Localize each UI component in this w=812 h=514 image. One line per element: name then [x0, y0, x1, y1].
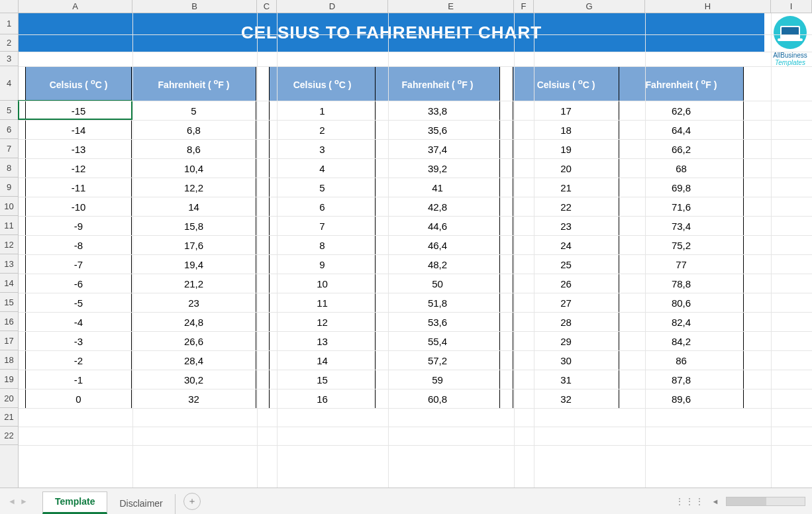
cell-fahrenheit[interactable]: 51,8 — [376, 293, 500, 313]
cell-celsius[interactable]: -15 — [26, 101, 132, 121]
cell-fahrenheit[interactable]: 37,4 — [376, 140, 500, 159]
row-header[interactable]: 19 — [0, 370, 18, 389]
cell-fahrenheit[interactable]: 21,2 — [132, 274, 256, 293]
cell-celsius[interactable]: 13 — [270, 332, 376, 351]
cell-celsius[interactable]: -1 — [26, 370, 132, 389]
row-header[interactable]: 5 — [0, 101, 18, 120]
cell-fahrenheit[interactable]: 59 — [376, 370, 500, 389]
cell-celsius[interactable]: 28 — [513, 313, 619, 332]
cell-fahrenheit[interactable]: 69,8 — [619, 178, 744, 197]
cell-fahrenheit[interactable]: 68 — [619, 159, 744, 178]
column-header[interactable]: I — [771, 0, 812, 13]
cell-fahrenheit[interactable]: 33,8 — [376, 101, 500, 121]
table-row[interactable]: 1966,2 — [513, 140, 744, 159]
cell-celsius[interactable]: 3 — [270, 140, 376, 159]
horizontal-scroll-thumb[interactable] — [727, 497, 766, 505]
row-header[interactable]: 17 — [0, 331, 18, 350]
table-row[interactable]: 2169,8 — [513, 178, 744, 197]
table-row[interactable]: 3187,8 — [513, 370, 744, 389]
table-row[interactable]: 2577 — [513, 255, 744, 274]
table-row[interactable]: 235,6 — [270, 121, 500, 140]
row-header[interactable]: 6 — [0, 120, 18, 139]
cell-celsius[interactable]: -5 — [26, 293, 132, 313]
tab-nav-prev-icon[interactable]: ◄ — [7, 496, 17, 507]
row-header[interactable]: 16 — [0, 312, 18, 331]
table-row[interactable]: 744,6 — [270, 217, 500, 236]
row-header[interactable]: 7 — [0, 139, 18, 158]
cell-celsius[interactable]: -4 — [26, 313, 132, 332]
table-row[interactable]: 2373,4 — [513, 217, 744, 236]
cell-celsius[interactable]: 12 — [270, 313, 376, 332]
cell-celsius[interactable]: 26 — [513, 274, 619, 293]
table-row[interactable]: -155 — [26, 101, 256, 121]
row-header[interactable]: 3 — [0, 52, 18, 66]
column-header[interactable]: C — [257, 0, 277, 13]
tab-nav-next-icon[interactable]: ► — [19, 496, 29, 507]
row-header[interactable]: 8 — [0, 158, 18, 178]
cell-celsius[interactable]: 18 — [513, 121, 619, 140]
cell-fahrenheit[interactable]: 39,2 — [376, 159, 500, 178]
column-header[interactable]: D — [277, 0, 388, 13]
cell-fahrenheit[interactable]: 12,2 — [132, 178, 256, 197]
cell-celsius[interactable]: 2 — [270, 121, 376, 140]
cell-celsius[interactable]: -8 — [26, 236, 132, 255]
row-header[interactable]: 21 — [0, 408, 18, 427]
table-row[interactable]: 1050 — [270, 274, 500, 293]
cell-fahrenheit[interactable]: 60,8 — [376, 389, 500, 409]
table-row[interactable]: 2882,4 — [513, 313, 744, 332]
cell-celsius[interactable]: 19 — [513, 140, 619, 159]
cell-celsius[interactable]: 16 — [270, 389, 376, 409]
table-row[interactable]: 1864,4 — [513, 121, 744, 140]
cell-celsius[interactable]: 21 — [513, 178, 619, 197]
table-row[interactable]: 948,2 — [270, 255, 500, 274]
horizontal-scrollbar[interactable] — [726, 497, 805, 506]
table-row[interactable]: -146,8 — [26, 121, 256, 140]
cell-fahrenheit[interactable]: 71,6 — [619, 197, 744, 217]
cell-celsius[interactable]: 4 — [270, 159, 376, 178]
scroll-left-icon[interactable]: ◄ — [710, 496, 721, 507]
cell-fahrenheit[interactable]: 73,4 — [619, 217, 744, 236]
cell-celsius[interactable]: -11 — [26, 178, 132, 197]
cell-fahrenheit[interactable]: 24,8 — [132, 313, 256, 332]
table-row[interactable]: 032 — [26, 389, 256, 409]
cell-celsius[interactable]: 30 — [513, 351, 619, 370]
cell-fahrenheit[interactable]: 62,6 — [619, 101, 744, 121]
table-row[interactable]: 846,4 — [270, 236, 500, 255]
table-row[interactable]: 2475,2 — [513, 236, 744, 255]
table-row[interactable]: -817,6 — [26, 236, 256, 255]
table-row[interactable]: -228,4 — [26, 351, 256, 370]
cell-fahrenheit[interactable]: 86 — [619, 351, 744, 370]
cell-celsius[interactable]: 24 — [513, 236, 619, 255]
table-row[interactable]: 1559 — [270, 370, 500, 389]
column-header[interactable]: E — [388, 0, 514, 13]
cell-fahrenheit[interactable]: 17,6 — [132, 236, 256, 255]
row-header[interactable]: 4 — [0, 66, 18, 101]
cell-celsius[interactable]: 0 — [26, 389, 132, 409]
cell-celsius[interactable]: 6 — [270, 197, 376, 217]
table-row[interactable]: 133,8 — [270, 101, 500, 121]
row-header[interactable]: 2 — [0, 34, 18, 52]
cell-fahrenheit[interactable]: 57,2 — [376, 351, 500, 370]
row-header[interactable]: 20 — [0, 389, 18, 408]
table-row[interactable]: 439,2 — [270, 159, 500, 178]
cell-fahrenheit[interactable]: 80,6 — [619, 293, 744, 313]
cell-fahrenheit[interactable]: 89,6 — [619, 389, 744, 409]
cell-fahrenheit[interactable]: 53,6 — [376, 313, 500, 332]
table-row[interactable]: 1457,2 — [270, 351, 500, 370]
row-header[interactable]: 12 — [0, 235, 18, 254]
table-row[interactable]: 1253,6 — [270, 313, 500, 332]
table-row[interactable]: 1355,4 — [270, 332, 500, 351]
row-header[interactable]: 15 — [0, 293, 18, 312]
cell-fahrenheit[interactable]: 8,6 — [132, 140, 256, 159]
row-header[interactable]: 1 — [0, 13, 18, 34]
cell-fahrenheit[interactable]: 35,6 — [376, 121, 500, 140]
table-row[interactable]: 541 — [270, 178, 500, 197]
column-header[interactable]: B — [132, 0, 257, 13]
table-row[interactable]: -130,2 — [26, 370, 256, 389]
cell-fahrenheit[interactable]: 64,4 — [619, 121, 744, 140]
column-header[interactable]: H — [645, 0, 771, 13]
spreadsheet-grid[interactable]: CELSIUS TO FAHRENHEIT CHART AllBusiness … — [19, 13, 812, 488]
cell-celsius[interactable]: 20 — [513, 159, 619, 178]
cell-fahrenheit[interactable]: 41 — [376, 178, 500, 197]
cell-celsius[interactable]: 5 — [270, 178, 376, 197]
